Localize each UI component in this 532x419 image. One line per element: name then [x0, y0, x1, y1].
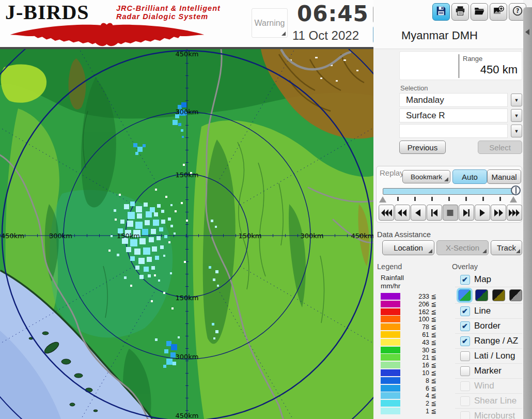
bookmark-button[interactable]: Bookmark — [402, 170, 450, 183]
chevron-down-icon: ▼ — [514, 129, 519, 134]
previous-button[interactable]: Previous — [399, 141, 446, 154]
checkbox-disabled — [460, 411, 470, 419]
legend-value: 233 ≦ — [403, 292, 436, 300]
checkbox-checked[interactable] — [460, 275, 470, 285]
product-dropdown-arrow[interactable]: ▼ — [511, 109, 522, 122]
rain-cell — [119, 194, 121, 196]
rain-cell — [209, 266, 211, 269]
legend-row: 6 ≦ — [379, 384, 446, 392]
site-dropdown-value[interactable]: Mandalay — [399, 93, 508, 107]
checkbox-checked[interactable] — [460, 336, 470, 346]
warning-button[interactable]: Warning — [252, 8, 288, 38]
map-style-black-olive[interactable] — [492, 289, 505, 301]
option-dropdown: ▼ — [399, 124, 522, 138]
overlay-item-microburst[interactable]: Microburst — [455, 409, 522, 419]
manual-mode-button[interactable]: Manual — [487, 169, 521, 184]
rain-cell — [133, 143, 137, 147]
replay-slider-thumb[interactable] — [511, 185, 521, 195]
rain-cell — [142, 229, 148, 235]
selection-label: Selection — [400, 84, 428, 92]
save-button[interactable] — [432, 3, 450, 21]
rewind-button[interactable] — [395, 205, 410, 221]
legend-value: 100 ≦ — [403, 315, 436, 323]
legend-row: 2 ≦ — [379, 399, 446, 407]
rain-cell — [114, 209, 116, 212]
slider-end-marker — [510, 196, 517, 203]
fast-forward-button[interactable] — [507, 205, 522, 221]
overlay-item-border[interactable]: Border — [455, 319, 522, 334]
play-forward-button[interactable] — [475, 205, 490, 221]
rain-cell — [152, 246, 157, 252]
fast-rewind-button[interactable] — [379, 205, 394, 221]
overlay-item-map[interactable]: Map — [455, 272, 522, 287]
rain-cell — [130, 201, 135, 206]
xsection-button[interactable]: X-Section — [436, 240, 489, 255]
add-image-icon — [493, 5, 504, 19]
rain-cell — [178, 123, 181, 126]
legend-value: 206 ≦ — [403, 300, 436, 308]
play-backward-button[interactable] — [411, 205, 426, 221]
option-dropdown-value[interactable] — [399, 124, 508, 138]
overlay-item-label: Line — [474, 306, 491, 316]
legend-value: 4 ≦ — [403, 392, 436, 399]
select-button[interactable]: Select — [478, 141, 522, 154]
rain-cell — [117, 254, 119, 256]
rain-cell — [151, 229, 156, 234]
overlay-item-label: Map — [474, 274, 491, 285]
map-style-blue-green[interactable] — [458, 289, 471, 301]
play-forward-icon — [477, 209, 488, 216]
radar-map[interactable]: 450km 300km 150km 150km 300km 450km 450k… — [0, 49, 373, 419]
rain-cell — [139, 275, 144, 279]
overlay-item-shear-line[interactable]: Shear Line — [455, 394, 522, 409]
legend-color-swatch — [381, 339, 400, 346]
overlay-item-line[interactable]: Line — [455, 304, 522, 319]
print-button[interactable] — [451, 3, 469, 21]
add-image-button[interactable] — [490, 3, 507, 21]
stop-button[interactable] — [443, 205, 458, 221]
rain-cell — [168, 241, 170, 243]
range-label: 300km — [175, 108, 198, 116]
overlay-item-range-az[interactable]: Range / AZ — [455, 334, 522, 349]
play-backward-icon — [413, 209, 424, 216]
legend-color-swatch — [381, 293, 400, 300]
site-dropdown-arrow[interactable]: ▼ — [511, 94, 522, 106]
checkbox-checked[interactable] — [460, 306, 470, 316]
rain-cell — [215, 270, 218, 273]
panel-collapse-strip[interactable] — [523, 7, 532, 419]
rain-cell — [151, 300, 153, 302]
clock-time: 06:45 — [297, 1, 369, 26]
step-backward-button[interactable] — [427, 205, 442, 221]
rain-cell — [181, 202, 183, 204]
overlay-item-label: Shear Line — [474, 396, 517, 406]
range-label: 450km — [175, 412, 198, 419]
track-button[interactable]: Track — [491, 240, 522, 255]
auto-mode-button[interactable]: Auto — [452, 169, 487, 184]
map-style-navy-darkgreen[interactable] — [475, 289, 488, 301]
checkbox-unchecked[interactable] — [460, 351, 470, 361]
step-forward-button[interactable] — [459, 205, 474, 221]
rain-cell — [128, 212, 135, 219]
overlay-item-wind[interactable]: Wind — [455, 379, 522, 394]
legend-color-swatch — [381, 347, 400, 353]
option-dropdown-arrow[interactable]: ▼ — [511, 125, 522, 137]
product-dropdown-value[interactable]: Surface R — [399, 108, 508, 122]
rain-cell — [175, 210, 177, 212]
overlay-item-marker[interactable]: Marker — [455, 364, 522, 379]
legend-color-swatch — [381, 308, 400, 315]
legend-row: 100 ≦ — [379, 315, 446, 323]
checkbox-unchecked[interactable] — [460, 366, 470, 376]
replay-slider-track[interactable] — [383, 188, 517, 195]
map-style-black-gray[interactable] — [509, 289, 522, 301]
open-folder-button[interactable] — [471, 3, 488, 21]
location-button[interactable]: Location — [382, 240, 434, 255]
jbirds-app: J-BIRDS JRC-Brilliant & Intelligent Rada… — [0, 0, 532, 419]
overlay-item-lati-long[interactable]: Lati / Long — [455, 349, 522, 364]
checkbox-checked[interactable] — [460, 321, 470, 331]
rain-cell — [170, 204, 173, 206]
divider — [459, 54, 459, 78]
legend-color-swatch — [381, 354, 400, 361]
rewind-icon — [397, 209, 408, 216]
step-backward-icon — [429, 209, 440, 216]
range-box: Range 450 km — [399, 51, 522, 80]
forward-button[interactable] — [491, 205, 506, 221]
